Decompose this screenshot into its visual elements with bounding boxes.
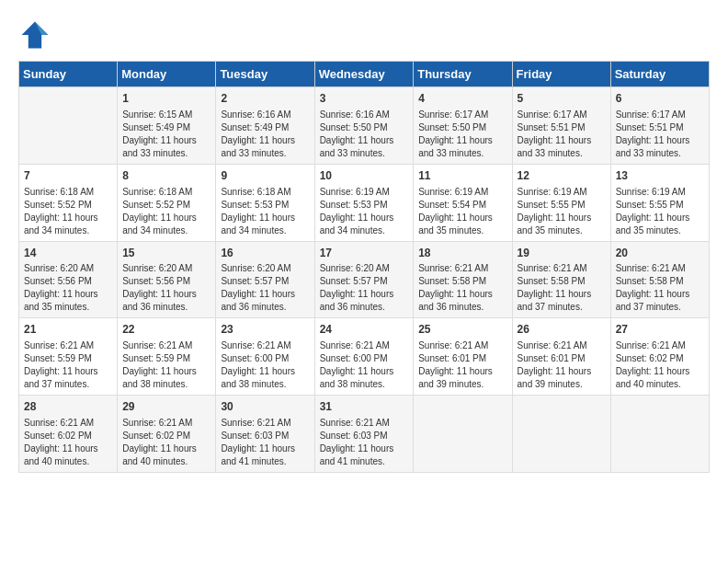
day-info: Sunrise: 6:21 AM Sunset: 5:59 PM Dayligh… <box>24 339 112 391</box>
day-info: Sunrise: 6:16 AM Sunset: 5:50 PM Dayligh… <box>320 109 409 160</box>
calendar-cell: 15Sunrise: 6:20 AM Sunset: 5:56 PM Dayli… <box>118 241 216 318</box>
day-info: Sunrise: 6:21 AM Sunset: 6:01 PM Dayligh… <box>518 339 606 391</box>
calendar-week-4: 21Sunrise: 6:21 AM Sunset: 5:59 PM Dayli… <box>19 318 710 396</box>
calendar-cell: 27Sunrise: 6:21 AM Sunset: 6:02 PM Dayli… <box>610 318 709 396</box>
calendar-cell: 21Sunrise: 6:21 AM Sunset: 5:59 PM Dayli… <box>19 318 118 396</box>
day-number: 11 <box>418 168 506 184</box>
calendar-table: SundayMondayTuesdayWednesdayThursdayFrid… <box>18 61 710 473</box>
day-number: 7 <box>24 168 112 184</box>
logo-icon <box>18 18 51 52</box>
day-info: Sunrise: 6:21 AM Sunset: 5:58 PM Dayligh… <box>418 262 506 314</box>
day-info: Sunrise: 6:21 AM Sunset: 5:58 PM Dayligh… <box>616 262 704 314</box>
day-number: 27 <box>616 322 704 338</box>
day-number: 2 <box>221 91 309 107</box>
page-header <box>18 18 710 52</box>
calendar-week-2: 7Sunrise: 6:18 AM Sunset: 5:52 PM Daylig… <box>19 164 710 241</box>
calendar-cell: 14Sunrise: 6:20 AM Sunset: 5:56 PM Dayli… <box>19 241 118 318</box>
calendar-cell: 5Sunrise: 6:17 AM Sunset: 5:51 PM Daylig… <box>512 87 610 165</box>
day-number: 29 <box>122 399 210 415</box>
calendar-header: SundayMondayTuesdayWednesdayThursdayFrid… <box>19 62 710 87</box>
calendar-cell: 2Sunrise: 6:16 AM Sunset: 5:49 PM Daylig… <box>216 87 314 165</box>
day-info: Sunrise: 6:21 AM Sunset: 5:59 PM Dayligh… <box>122 339 210 391</box>
header-cell-thursday: Thursday <box>414 62 512 87</box>
header-cell-tuesday: Tuesday <box>216 62 314 87</box>
day-number: 21 <box>24 322 112 338</box>
day-info: Sunrise: 6:21 AM Sunset: 5:58 PM Dayligh… <box>518 262 606 314</box>
calendar-cell: 7Sunrise: 6:18 AM Sunset: 5:52 PM Daylig… <box>19 164 118 241</box>
day-info: Sunrise: 6:17 AM Sunset: 5:50 PM Dayligh… <box>418 109 506 160</box>
logo <box>18 18 57 52</box>
day-number: 13 <box>616 168 704 184</box>
day-info: Sunrise: 6:20 AM Sunset: 5:56 PM Dayligh… <box>122 262 210 314</box>
day-info: Sunrise: 6:21 AM Sunset: 6:00 PM Dayligh… <box>320 339 409 391</box>
day-info: Sunrise: 6:18 AM Sunset: 5:53 PM Dayligh… <box>221 186 309 237</box>
calendar-cell: 13Sunrise: 6:19 AM Sunset: 5:55 PM Dayli… <box>610 164 709 241</box>
day-number: 8 <box>122 168 210 184</box>
day-info: Sunrise: 6:17 AM Sunset: 5:51 PM Dayligh… <box>518 109 606 160</box>
day-number: 5 <box>518 91 606 107</box>
calendar-cell: 12Sunrise: 6:19 AM Sunset: 5:55 PM Dayli… <box>512 164 610 241</box>
day-info: Sunrise: 6:16 AM Sunset: 5:49 PM Dayligh… <box>221 109 309 160</box>
day-info: Sunrise: 6:21 AM Sunset: 6:01 PM Dayligh… <box>418 339 506 391</box>
day-number: 6 <box>616 91 704 107</box>
day-number: 12 <box>518 168 606 184</box>
day-info: Sunrise: 6:21 AM Sunset: 6:02 PM Dayligh… <box>122 417 210 468</box>
day-number: 26 <box>518 322 606 338</box>
calendar-cell: 22Sunrise: 6:21 AM Sunset: 5:59 PM Dayli… <box>118 318 216 396</box>
day-info: Sunrise: 6:18 AM Sunset: 5:52 PM Dayligh… <box>24 186 112 237</box>
calendar-cell <box>610 396 709 473</box>
calendar-cell: 31Sunrise: 6:21 AM Sunset: 6:03 PM Dayli… <box>314 396 414 473</box>
calendar-cell: 25Sunrise: 6:21 AM Sunset: 6:01 PM Dayli… <box>414 318 512 396</box>
calendar-cell: 24Sunrise: 6:21 AM Sunset: 6:00 PM Dayli… <box>314 318 414 396</box>
day-info: Sunrise: 6:20 AM Sunset: 5:56 PM Dayligh… <box>24 262 112 314</box>
day-number: 23 <box>221 322 309 338</box>
calendar-cell: 28Sunrise: 6:21 AM Sunset: 6:02 PM Dayli… <box>19 396 118 473</box>
header-cell-monday: Monday <box>118 62 216 87</box>
calendar-cell: 8Sunrise: 6:18 AM Sunset: 5:52 PM Daylig… <box>118 164 216 241</box>
day-info: Sunrise: 6:19 AM Sunset: 5:55 PM Dayligh… <box>616 186 704 237</box>
day-info: Sunrise: 6:17 AM Sunset: 5:51 PM Dayligh… <box>616 109 704 160</box>
header-cell-wednesday: Wednesday <box>314 62 414 87</box>
day-number: 30 <box>221 399 309 415</box>
header-row: SundayMondayTuesdayWednesdayThursdayFrid… <box>19 62 710 87</box>
calendar-cell: 26Sunrise: 6:21 AM Sunset: 6:01 PM Dayli… <box>512 318 610 396</box>
day-number: 3 <box>320 91 409 107</box>
day-number: 10 <box>320 168 409 184</box>
day-number: 16 <box>221 246 309 261</box>
day-number: 28 <box>24 399 112 415</box>
day-number: 20 <box>616 246 704 261</box>
day-info: Sunrise: 6:19 AM Sunset: 5:54 PM Dayligh… <box>418 186 506 237</box>
day-number: 9 <box>221 168 309 184</box>
day-number: 24 <box>320 322 409 338</box>
day-number: 22 <box>122 322 210 338</box>
header-cell-sunday: Sunday <box>19 62 118 87</box>
day-info: Sunrise: 6:21 AM Sunset: 6:03 PM Dayligh… <box>320 417 409 468</box>
calendar-cell <box>19 87 118 165</box>
calendar-cell <box>512 396 610 473</box>
calendar-cell: 4Sunrise: 6:17 AM Sunset: 5:50 PM Daylig… <box>414 87 512 165</box>
calendar-cell <box>414 396 512 473</box>
calendar-cell: 20Sunrise: 6:21 AM Sunset: 5:58 PM Dayli… <box>610 241 709 318</box>
day-info: Sunrise: 6:19 AM Sunset: 5:53 PM Dayligh… <box>320 186 409 237</box>
calendar-week-5: 28Sunrise: 6:21 AM Sunset: 6:02 PM Dayli… <box>19 396 710 473</box>
calendar-cell: 9Sunrise: 6:18 AM Sunset: 5:53 PM Daylig… <box>216 164 314 241</box>
calendar-cell: 30Sunrise: 6:21 AM Sunset: 6:03 PM Dayli… <box>216 396 314 473</box>
day-info: Sunrise: 6:15 AM Sunset: 5:49 PM Dayligh… <box>122 109 210 160</box>
day-number: 4 <box>418 91 506 107</box>
day-info: Sunrise: 6:21 AM Sunset: 6:02 PM Dayligh… <box>616 339 704 391</box>
calendar-cell: 11Sunrise: 6:19 AM Sunset: 5:54 PM Dayli… <box>414 164 512 241</box>
calendar-cell: 29Sunrise: 6:21 AM Sunset: 6:02 PM Dayli… <box>118 396 216 473</box>
day-number: 14 <box>24 246 112 261</box>
day-info: Sunrise: 6:21 AM Sunset: 6:00 PM Dayligh… <box>221 339 309 391</box>
day-number: 1 <box>122 91 210 107</box>
header-cell-friday: Friday <box>512 62 610 87</box>
day-number: 25 <box>418 322 506 338</box>
day-info: Sunrise: 6:21 AM Sunset: 6:02 PM Dayligh… <box>24 417 112 468</box>
day-number: 18 <box>418 246 506 261</box>
calendar-cell: 6Sunrise: 6:17 AM Sunset: 5:51 PM Daylig… <box>610 87 709 165</box>
calendar-cell: 17Sunrise: 6:20 AM Sunset: 5:57 PM Dayli… <box>314 241 414 318</box>
day-number: 17 <box>320 246 409 261</box>
calendar-cell: 16Sunrise: 6:20 AM Sunset: 5:57 PM Dayli… <box>216 241 314 318</box>
calendar-cell: 23Sunrise: 6:21 AM Sunset: 6:00 PM Dayli… <box>216 318 314 396</box>
calendar-cell: 1Sunrise: 6:15 AM Sunset: 5:49 PM Daylig… <box>118 87 216 165</box>
